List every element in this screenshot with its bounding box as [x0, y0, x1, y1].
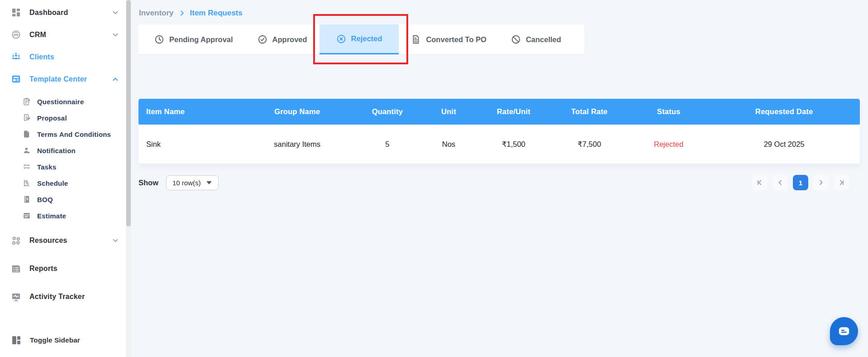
- prev-page-button[interactable]: [773, 175, 788, 190]
- sidebar-subitem-label: Terms And Conditions: [37, 130, 111, 138]
- chevron-right-icon: [817, 178, 825, 187]
- template-center-submenu: Questionnaire Proposal Terms And Conditi…: [0, 90, 126, 224]
- next-page-button[interactable]: [813, 175, 829, 190]
- sidebar-scrollbar[interactable]: [126, 0, 131, 357]
- tab-label: Converted To PO: [426, 35, 486, 44]
- toggle-sidebar-button[interactable]: Toggle Sidebar: [0, 329, 126, 351]
- cell-quantity: 5: [355, 125, 420, 164]
- sidebar-item-label: Activity Tracker: [29, 293, 85, 301]
- reports-icon: [11, 264, 21, 274]
- sidebar-item-dashboard[interactable]: Dashboard: [0, 1, 126, 24]
- sidebar-subitem-label: Questionnaire: [37, 98, 84, 106]
- table-header-row: Item Name Group Name Quantity Unit Rate/…: [138, 99, 860, 125]
- col-header-group-name: Group Name: [239, 99, 355, 125]
- last-page-icon: [837, 178, 845, 187]
- breadcrumb-item-requests[interactable]: Item Requests: [190, 9, 243, 18]
- first-page-icon: [756, 178, 764, 187]
- chevron-down-icon[interactable]: [111, 236, 119, 245]
- sidebar-item-label: Template Center: [29, 75, 87, 83]
- tab-converted-to-po[interactable]: Converted To PO: [399, 24, 499, 54]
- sidebar-item-clients[interactable]: Clients: [0, 46, 126, 68]
- sidebar-item-label: Resources: [29, 236, 67, 245]
- x-circle-icon: [336, 34, 346, 44]
- scrollbar-thumb[interactable]: [126, 0, 131, 227]
- sidebar-subitem-questionnaire[interactable]: Questionnaire: [0, 93, 126, 110]
- slash-circle-icon: [511, 34, 521, 44]
- sidebar-item-reports[interactable]: Reports: [0, 257, 126, 280]
- sidebar-subitem-terms[interactable]: Terms And Conditions: [0, 126, 126, 142]
- sidebar-subitem-label: Notification: [37, 147, 76, 154]
- tab-rejected[interactable]: Rejected: [320, 24, 399, 54]
- tab-label: Approved: [272, 35, 307, 44]
- last-page-button[interactable]: [834, 175, 849, 190]
- col-header-total-rate: Total Rate: [550, 99, 629, 125]
- col-header-rate-unit: Rate/Unit: [477, 99, 549, 125]
- table-row[interactable]: Sink sanitary Items 5 Nos ₹1,500 ₹7,500 …: [138, 125, 860, 164]
- chat-icon: [837, 324, 851, 338]
- sidebar-subitem-boq[interactable]: § BOQ: [0, 191, 126, 207]
- boq-icon: §: [23, 195, 31, 203]
- cell-requested-date: 29 Oct 2025: [708, 125, 860, 164]
- tab-label: Rejected: [351, 34, 382, 43]
- sidebar-subitem-label: BOQ: [37, 196, 53, 203]
- sidebar-nav: Dashboard CRM Clients: [0, 0, 131, 308]
- breadcrumb-inventory[interactable]: Inventory: [139, 9, 174, 18]
- toggle-sidebar-icon: [11, 335, 22, 346]
- sidebar-item-crm[interactable]: CRM: [0, 24, 126, 46]
- estimate-icon: [23, 212, 31, 220]
- first-page-button[interactable]: [752, 175, 768, 190]
- cell-item-name: Sink: [138, 125, 239, 164]
- sidebar-subitem-schedule[interactable]: Schedule: [0, 175, 126, 191]
- pagination: 1: [752, 175, 849, 190]
- cell-total-rate: ₹7,500: [550, 125, 629, 164]
- sidebar-item-activity-tracker[interactable]: Activity Tracker: [0, 285, 126, 308]
- sidebar-subitem-label: Proposal: [37, 114, 67, 122]
- rows-per-page-select[interactable]: 10 row(s): [166, 175, 219, 190]
- tab-label: Pending Approval: [169, 35, 233, 44]
- chat-widget-button[interactable]: [830, 317, 858, 345]
- activity-tracker-icon: [11, 292, 21, 302]
- sidebar-subitem-label: Schedule: [37, 179, 68, 187]
- svg-text:§: §: [26, 197, 28, 200]
- chevron-up-icon[interactable]: [111, 75, 119, 83]
- terms-icon: [23, 130, 31, 138]
- tab-label: Cancelled: [526, 35, 561, 44]
- sidebar-item-label: CRM: [29, 31, 46, 39]
- proposal-icon: [23, 114, 31, 122]
- schedule-icon: [23, 179, 31, 187]
- crm-icon: [11, 29, 21, 40]
- chevron-down-icon[interactable]: [111, 31, 119, 39]
- check-circle-icon: [258, 34, 267, 44]
- tab-pending-approval[interactable]: Pending Approval: [142, 24, 245, 54]
- sidebar-subitem-tasks[interactable]: Tasks: [0, 159, 126, 175]
- tab-cancelled[interactable]: Cancelled: [499, 24, 573, 54]
- tab-approved[interactable]: Approved: [245, 24, 320, 54]
- col-header-requested-date: Requested Date: [708, 99, 860, 125]
- sidebar-item-template-center[interactable]: Template Center: [0, 68, 126, 90]
- resources-icon: [11, 236, 21, 246]
- questionnaire-icon: [23, 97, 31, 106]
- sidebar-subitem-label: Estimate: [37, 212, 66, 220]
- sidebar-item-label: Dashboard: [29, 9, 68, 17]
- page-number-button[interactable]: 1: [793, 175, 808, 190]
- table-footer-controls: Show 10 row(s) 1: [138, 175, 860, 190]
- chevron-left-icon: [776, 178, 784, 187]
- chevron-down-icon[interactable]: [111, 9, 119, 17]
- sidebar-subitem-label: Tasks: [37, 163, 56, 171]
- sidebar-item-label: Clients: [29, 53, 54, 61]
- sidebar-subitem-notification[interactable]: Notification: [0, 142, 126, 159]
- request-status-tabs: Pending Approval Approved Rejected Conve…: [138, 24, 584, 55]
- breadcrumb-chevron-icon: [178, 10, 186, 17]
- clients-icon: [11, 52, 21, 62]
- sidebar-subitem-proposal[interactable]: Proposal: [0, 110, 126, 126]
- rows-per-page-value: 10 row(s): [172, 179, 201, 187]
- tasks-icon: [23, 163, 31, 171]
- sidebar-subitem-estimate[interactable]: Estimate: [0, 207, 126, 224]
- template-center-icon: [11, 74, 21, 84]
- dashboard-icon: [11, 7, 21, 18]
- file-icon: [411, 34, 421, 44]
- sidebar-item-resources[interactable]: Resources: [0, 229, 126, 252]
- rows-per-page-group: Show 10 row(s): [138, 175, 219, 190]
- sidebar-item-label: Reports: [29, 265, 57, 273]
- status-badge: Rejected: [629, 125, 708, 164]
